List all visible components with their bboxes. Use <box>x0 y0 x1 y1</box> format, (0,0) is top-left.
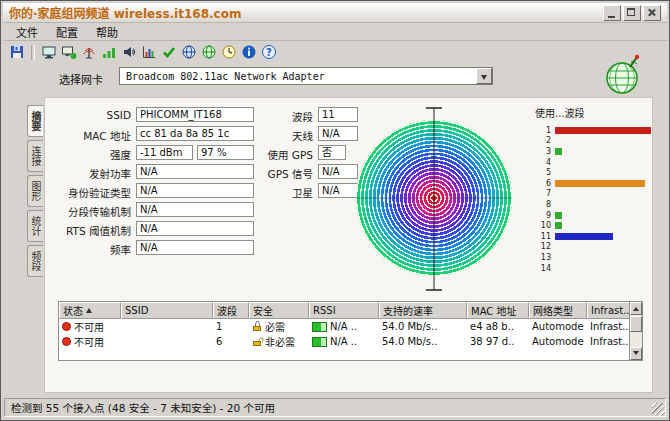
antenna-button[interactable] <box>80 43 98 61</box>
field-gps-signal-value: N/A <box>318 164 358 179</box>
menu-file[interactable]: 文件 <box>7 23 47 41</box>
scroll-up-button[interactable] <box>630 302 642 315</box>
menu-config[interactable]: 配置 <box>47 23 87 41</box>
antenna-icon <box>81 44 97 60</box>
column-header-nettype[interactable]: 网络类型 <box>529 302 587 319</box>
signal-radar-plot <box>356 120 512 276</box>
title-bar[interactable]: 你的·家庭组网频道 wireless.it168.com <box>3 3 667 23</box>
column-header-ssid[interactable]: SSID <box>121 302 213 319</box>
adapter-button[interactable] <box>40 43 58 61</box>
channel-label: 5 <box>535 168 551 177</box>
scrollbar-thumb[interactable] <box>630 316 642 332</box>
lock-icon <box>252 321 263 332</box>
cell-mac: e4 a8 b.. <box>467 319 529 334</box>
channel-label: 1 <box>535 126 551 135</box>
field-gps-use-value: 否 <box>318 145 346 160</box>
clock-button[interactable] <box>220 43 238 61</box>
adapter-combobox[interactable]: Broadcom 802.11ac Network Adapter <box>119 67 493 85</box>
column-header-security[interactable]: 安全 <box>249 302 309 319</box>
column-header-channel[interactable]: 波段 <box>213 302 249 319</box>
cell-rates: 54.0 Mb/s.. <box>379 319 467 334</box>
channel-usage-bar <box>555 222 562 229</box>
rssi-level-icon <box>312 322 327 332</box>
field-mac-label: MAC 地址 <box>45 128 131 143</box>
combobox-dropdown-button[interactable] <box>476 68 492 84</box>
cell-nettype: Automode <box>529 319 587 334</box>
field-gps-signal-label: GPS 信号 <box>227 166 313 181</box>
chevron-down-icon <box>481 75 487 83</box>
status-unavailable-icon <box>62 337 71 346</box>
field-txpower-label: 发射功率 <box>45 166 131 181</box>
side-tab-1[interactable]: 摘要 <box>27 105 43 137</box>
minimize-icon <box>608 16 615 18</box>
scroll-down-button[interactable] <box>630 347 642 360</box>
field-frag-label: 分段传输机制 <box>45 204 131 219</box>
network-card-button[interactable] <box>60 43 78 61</box>
channel-usage-bar <box>555 127 651 134</box>
side-tab-2[interactable]: 连接 <box>27 140 43 172</box>
side-tab-5[interactable]: 频段 <box>27 245 43 277</box>
channel-usage-bar <box>555 233 613 240</box>
speaker-button[interactable] <box>120 43 138 61</box>
toolbar-separator <box>31 45 35 60</box>
side-tab-strip: 摘要连接图形统计频段 <box>27 105 43 280</box>
cell-mac: 38 97 d.. <box>467 334 529 349</box>
adapter-icon <box>41 44 57 60</box>
table-header-row: 状态SSID波段安全RSSI支持的速率MAC 地址网络类型Infrast.. <box>59 302 630 319</box>
maximize-icon <box>627 8 635 16</box>
field-frag-value: N/A <box>136 202 254 217</box>
column-header-rates[interactable]: 支持的速率 <box>379 302 467 319</box>
cell-rssi: N/A .. <box>309 334 379 349</box>
globe2-button[interactable] <box>200 43 218 61</box>
close-icon <box>644 6 660 20</box>
field-satellite-label: 卫星 <box>227 185 313 200</box>
help-button[interactable]: ? <box>260 43 278 61</box>
table-row[interactable]: 不可用6非必需N/A ..54.0 Mb/s..38 97 d..Automod… <box>59 334 630 349</box>
minimize-button[interactable] <box>603 5 621 21</box>
globe-icon <box>181 44 197 60</box>
sort-asc-icon <box>86 308 92 313</box>
info-icon <box>241 44 257 60</box>
wireless-globe-logo-icon <box>601 53 645 97</box>
column-header-infra[interactable]: Infrast.. <box>587 302 630 319</box>
chart-button[interactable] <box>140 43 158 61</box>
globe-button[interactable] <box>180 43 198 61</box>
maximize-button[interactable] <box>623 5 641 21</box>
arrow-up-icon <box>633 304 639 311</box>
column-header-rssi[interactable]: RSSI <box>309 302 379 319</box>
side-tab-4[interactable]: 统计 <box>27 210 43 242</box>
menu-help[interactable]: 帮助 <box>87 23 127 41</box>
info-button[interactable] <box>240 43 258 61</box>
channel-usage-legend: 使用...波段 1234567891011121314 <box>535 105 661 273</box>
globe-green-icon <box>201 44 217 60</box>
check-button[interactable] <box>160 43 178 61</box>
field-gps-use-label: 使用 GPS <box>227 147 313 162</box>
column-header-mac[interactable]: MAC 地址 <box>467 302 529 319</box>
channel-label: 12 <box>535 242 551 251</box>
cell-rssi: N/A .. <box>309 319 379 334</box>
field-ssid-label: SSID <box>45 109 131 121</box>
field-rts-label: RTS 阈值机制 <box>45 223 131 238</box>
field-auth-label: 身份验证类型 <box>45 185 131 200</box>
menu-bar: 文件 配置 帮助 <box>3 23 667 41</box>
chart-icon <box>141 44 157 60</box>
channel-label: 3 <box>535 147 551 156</box>
side-tab-3[interactable]: 图形 <box>27 175 43 207</box>
channel-usage-bar <box>555 180 645 187</box>
column-header-status[interactable]: 状态 <box>59 302 121 319</box>
window-controls <box>603 5 661 21</box>
signal-bars-icon <box>101 44 117 60</box>
channel-label: 11 <box>535 232 551 241</box>
channel-label: 2 <box>535 136 551 145</box>
table-row[interactable]: 不可用1必需N/A ..54.0 Mb/s..e4 a8 b..Automode… <box>59 319 630 334</box>
channel-usage-bar <box>555 212 562 219</box>
arrow-down-icon <box>633 351 639 358</box>
field-strength-label: 强度 <box>45 147 131 162</box>
close-button[interactable] <box>643 5 661 21</box>
table-scrollbar[interactable] <box>629 301 643 361</box>
resize-grip-icon[interactable] <box>652 403 665 416</box>
channel-label: 9 <box>535 211 551 220</box>
save-button[interactable] <box>8 43 26 61</box>
rssi-level-icon <box>312 337 327 347</box>
signal-button[interactable] <box>100 43 118 61</box>
